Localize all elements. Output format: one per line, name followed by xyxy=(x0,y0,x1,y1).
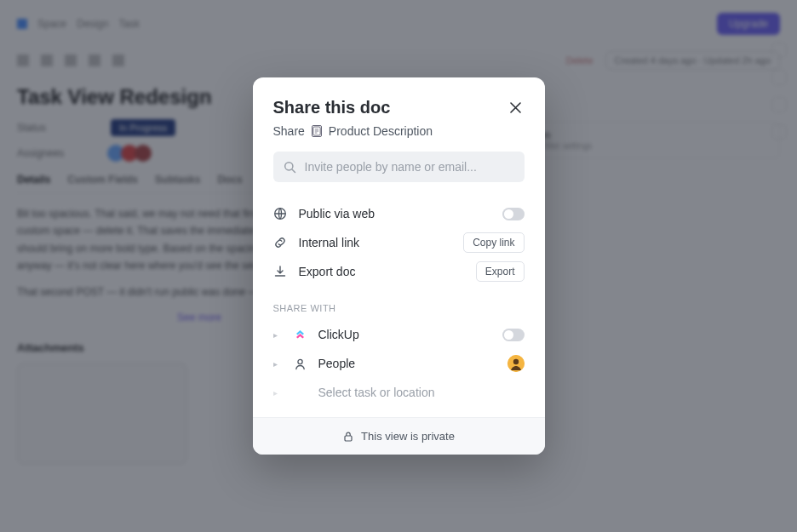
globe-icon xyxy=(273,207,287,220)
public-via-web-row: Public via web xyxy=(273,199,525,228)
share-modal: Share this doc Share Product Description… xyxy=(253,77,545,455)
clickup-toggle[interactable] xyxy=(502,329,525,341)
close-icon xyxy=(510,102,521,113)
export-button[interactable]: Export xyxy=(476,261,525,282)
modal-footer: This view is private xyxy=(253,417,545,455)
doc-icon xyxy=(312,125,322,137)
link-icon xyxy=(273,236,287,249)
export-doc-row: Export doc Export xyxy=(273,257,525,286)
internal-link-label: Internal link xyxy=(299,236,452,249)
internal-link-row: Internal link Copy link xyxy=(273,228,525,257)
search-icon xyxy=(284,161,296,174)
modal-title: Share this doc xyxy=(273,98,391,117)
avatar xyxy=(507,355,525,372)
lock-icon xyxy=(342,431,354,443)
share-target-select[interactable]: ▸ Select task or location xyxy=(273,378,525,407)
modal-overlay[interactable]: Share this doc Share Product Description… xyxy=(0,0,797,532)
public-toggle[interactable] xyxy=(502,208,525,220)
close-button[interactable] xyxy=(507,100,525,117)
public-via-web-label: Public via web xyxy=(299,207,490,220)
share-target-label: People xyxy=(318,357,496,370)
export-doc-label: Export doc xyxy=(299,265,464,278)
modal-subtitle-doc: Product Description xyxy=(329,124,433,138)
invite-input[interactable] xyxy=(305,160,514,174)
copy-link-button[interactable]: Copy link xyxy=(463,232,524,253)
share-with-heading: SHARE WITH xyxy=(273,303,525,313)
clickup-icon xyxy=(294,329,307,341)
share-target-clickup[interactable]: ▸ ClickUp xyxy=(273,320,525,349)
chevron-right-icon: ▸ xyxy=(273,388,282,398)
modal-subtitle-prefix: Share xyxy=(273,124,305,138)
svg-point-3 xyxy=(297,359,301,363)
person-icon xyxy=(294,358,307,370)
chevron-right-icon: ▸ xyxy=(273,330,282,340)
svg-point-5 xyxy=(513,359,518,364)
select-task-placeholder: Select task or location xyxy=(318,386,525,399)
modal-footer-text: This view is private xyxy=(361,430,455,443)
invite-search[interactable] xyxy=(273,152,525,182)
download-icon xyxy=(273,265,287,278)
chevron-right-icon: ▸ xyxy=(273,359,282,369)
share-target-people[interactable]: ▸ People xyxy=(273,349,525,378)
share-target-label: ClickUp xyxy=(318,328,490,341)
svg-rect-6 xyxy=(345,436,352,441)
